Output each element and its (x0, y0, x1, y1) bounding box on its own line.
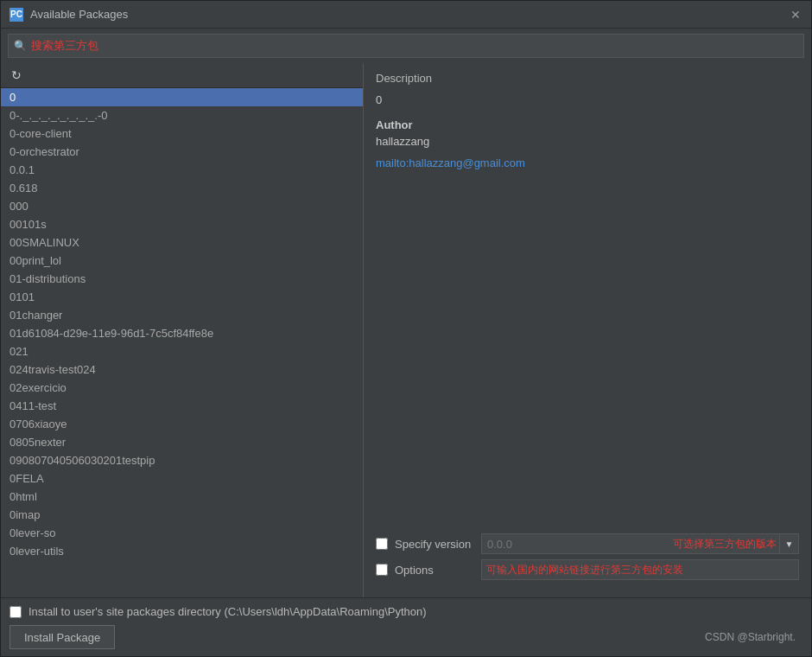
install-package-button[interactable]: Install Package (10, 625, 115, 649)
list-item[interactable]: 01changer (1, 306, 363, 324)
right-panel: Description 0 Author hallazzang mailto:h… (364, 63, 811, 597)
author-email-link[interactable]: mailto:hallazzang@gmail.com (376, 156, 799, 169)
list-item[interactable]: 0-orchestrator (1, 143, 363, 161)
search-input[interactable] (32, 40, 803, 53)
list-item[interactable]: 0805nexter (1, 433, 363, 451)
version-input[interactable] (481, 533, 780, 554)
list-item[interactable]: 0lever-so (1, 524, 363, 542)
list-item[interactable]: 0.618 (1, 179, 363, 197)
author-name: hallazzang (376, 135, 799, 148)
title-bar: PC Available Packages ✕ (1, 1, 811, 29)
options-input-wrapper: 可输入国内的网站链接进行第三方包的安装 (481, 559, 799, 580)
specify-version-label: Specify version (395, 538, 481, 551)
description-content: 0 (376, 93, 799, 106)
watermark: CSDN @Starbright. (705, 631, 802, 643)
left-panel: ↻ 00-._._._._._._._._.-00-core-client0-o… (1, 63, 364, 597)
main-area: ↻ 00-._._._._._._._._.-00-core-client0-o… (1, 63, 811, 597)
options-row: Options 可输入国内的网站链接进行第三方包的安装 (376, 559, 799, 580)
list-item[interactable]: 02exercicio (1, 379, 363, 397)
footer-area: Install to user's site packages director… (1, 597, 811, 656)
list-item[interactable]: 01-distributions (1, 270, 363, 288)
search-wrapper: 🔍 搜索第三方包 (8, 34, 804, 58)
list-item[interactable]: 00101s (1, 215, 363, 233)
refresh-row: ↻ (1, 63, 363, 88)
list-item[interactable]: 0 (1, 88, 363, 106)
app-icon: PC (10, 8, 23, 22)
window-title: Available Packages (30, 8, 789, 21)
list-item[interactable]: 024travis-test024 (1, 360, 363, 379)
list-item[interactable]: 090807040506030201testpip (1, 451, 363, 469)
bottom-options: Specify version ▼ 可选择第三方包的版本 Options 可输入… (376, 533, 799, 589)
install-user-site-label: Install to user's site packages director… (29, 605, 427, 618)
list-item[interactable]: 0imap (1, 506, 363, 524)
install-user-site-checkbox[interactable] (10, 606, 22, 618)
version-input-wrapper: ▼ 可选择第三方包的版本 (481, 533, 799, 554)
list-item[interactable]: 0706xiaoye (1, 415, 363, 433)
version-dropdown-btn[interactable]: ▼ (780, 533, 799, 554)
close-button[interactable]: ✕ (789, 8, 802, 22)
specify-version-row: Specify version ▼ 可选择第三方包的版本 (376, 533, 799, 554)
search-icon: 🔍 (9, 40, 32, 52)
options-input[interactable] (481, 559, 799, 580)
list-item[interactable]: 01d61084-d29e-11e9-96d1-7c5cf84ffe8e (1, 324, 363, 342)
list-item[interactable]: 0FELA (1, 469, 363, 488)
list-item[interactable]: 0html (1, 488, 363, 506)
list-item[interactable]: 0lever-utils (1, 542, 363, 560)
main-window: PC Available Packages ✕ 🔍 搜索第三方包 ↻ 00-._… (0, 0, 812, 657)
list-item[interactable]: 0.0.1 (1, 161, 363, 179)
list-item[interactable]: 00SMALINUX (1, 233, 363, 252)
search-bar: 🔍 搜索第三方包 (1, 29, 811, 63)
refresh-button[interactable]: ↻ (8, 67, 25, 84)
author-label: Author (376, 118, 799, 131)
options-checkbox[interactable] (376, 564, 388, 576)
list-item[interactable]: 0-core-client (1, 124, 363, 143)
options-label: Options (395, 564, 481, 577)
install-row: Install to user's site packages director… (10, 605, 802, 618)
specify-version-checkbox[interactable] (376, 538, 388, 550)
list-item[interactable]: 000 (1, 197, 363, 215)
list-item[interactable]: 021 (1, 342, 363, 360)
list-item[interactable]: 00print_lol (1, 252, 363, 270)
list-item[interactable]: 0101 (1, 288, 363, 306)
description-header: Description (376, 72, 799, 85)
package-list[interactable]: 00-._._._._._._._._.-00-core-client0-orc… (1, 88, 363, 597)
list-item[interactable]: 0411-test (1, 397, 363, 415)
list-item[interactable]: 0-._._._._._._._._.-0 (1, 106, 363, 124)
